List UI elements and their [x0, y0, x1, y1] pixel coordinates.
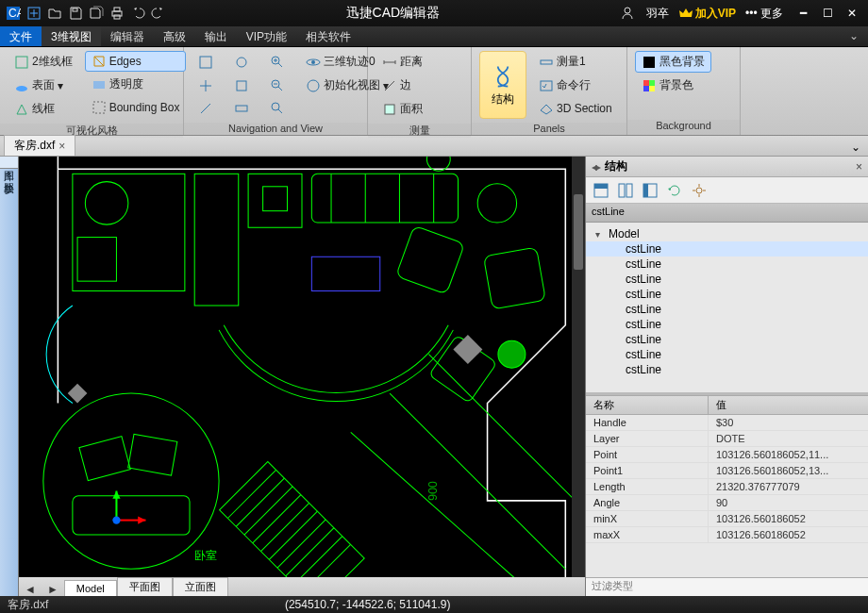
btn-measure1[interactable]: 测量1: [532, 51, 619, 73]
properties-grid[interactable]: 名称值 Handle$30 LayerDOTE Point103126.5601…: [586, 395, 868, 577]
user-icon[interactable]: [618, 4, 637, 23]
btn-bounding-box[interactable]: Bounding Box: [85, 97, 187, 118]
tree-node[interactable]: cstLine: [586, 362, 868, 377]
prop-row[interactable]: LayerDOTE: [586, 431, 868, 447]
left-tab-blockref[interactable]: 块参照: [0, 169, 18, 180]
saveall-icon[interactable]: [87, 4, 106, 23]
tree-node[interactable]: cstLine: [586, 302, 868, 317]
view-tab-plan[interactable]: 平面图: [117, 577, 173, 596]
btn-area[interactable]: 面积: [376, 98, 429, 120]
prop-row[interactable]: Handle$30: [586, 415, 868, 431]
vip-button[interactable]: 加入VIP: [678, 6, 736, 22]
ribbon-dropdown-icon[interactable]: ⌄: [840, 26, 868, 46]
nav-icon-1[interactable]: [192, 51, 220, 73]
svg-point-46: [498, 340, 526, 368]
tab-editor[interactable]: 编辑器: [101, 26, 154, 46]
ribbon: 2维线框 表面 ▾ 线框 Edges 透明度 Bounding Box 可视化风…: [0, 47, 868, 136]
tree-node[interactable]: cstLine: [586, 257, 868, 272]
view-tab-model[interactable]: Model: [64, 580, 117, 596]
tab-output[interactable]: 输出: [195, 26, 237, 46]
tree-node[interactable]: cstLine: [586, 347, 868, 362]
open-icon[interactable]: [45, 4, 64, 23]
tool-layout1-icon[interactable]: [592, 181, 610, 200]
nav-icon-5[interactable]: [227, 75, 256, 96]
tree-node[interactable]: cstLine: [586, 287, 868, 302]
minimize-icon[interactable]: ━: [793, 3, 813, 24]
prop-row[interactable]: minX103126.560186052: [586, 511, 868, 527]
status-coords: (254510.7; -144522.6; 511041.9): [285, 598, 450, 611]
tool-settings-icon[interactable]: [690, 181, 709, 200]
btn-surface[interactable]: 表面 ▾: [8, 75, 79, 96]
btn-transparency[interactable]: 透明度: [85, 74, 187, 95]
zoom-in-icon[interactable]: [263, 51, 292, 73]
drawing-canvas[interactable]: 卧室 006 ◄ ► Model 平面图 立面图: [19, 157, 585, 596]
status-bar: 客房.dxf (254510.7; -144522.6; 511041.9): [0, 596, 868, 613]
filter-input[interactable]: [586, 578, 868, 593]
close-icon[interactable]: ✕: [842, 3, 862, 24]
tab-vip[interactable]: VIP功能: [237, 26, 296, 46]
zoom-out-icon[interactable]: [263, 75, 292, 96]
tool-layout3-icon[interactable]: [641, 181, 659, 200]
svg-rect-39: [483, 247, 545, 309]
tab-file[interactable]: 文件: [0, 26, 42, 46]
tree-node-model[interactable]: ▾Model: [586, 226, 868, 241]
save-icon[interactable]: [66, 4, 85, 23]
panel-nav-icon[interactable]: ◂▸: [592, 160, 599, 174]
prop-row[interactable]: Point103126.560186052,11...: [586, 447, 868, 463]
svg-rect-43: [73, 496, 190, 535]
structure-tree[interactable]: ▾Model cstLine cstLine cstLine cstLine c…: [586, 223, 868, 392]
svg-point-40: [43, 393, 219, 569]
btn-bg-color[interactable]: 背景色: [635, 75, 711, 96]
maximize-icon[interactable]: ☐: [817, 3, 838, 24]
tree-node[interactable]: cstLine: [586, 317, 868, 332]
btn-edge[interactable]: 边: [376, 75, 429, 96]
btn-edges[interactable]: Edges: [85, 51, 187, 72]
tree-node[interactable]: cstLine: [586, 272, 868, 287]
user-name[interactable]: 羽卒: [641, 6, 675, 22]
nav-icon-8[interactable]: [227, 98, 256, 119]
tab-close-icon[interactable]: ×: [58, 140, 65, 153]
nav-icon-2[interactable]: [227, 51, 256, 73]
document-tab[interactable]: 客房.dxf×: [4, 135, 75, 156]
more-button[interactable]: ••• 更多: [740, 6, 789, 22]
tab-related[interactable]: 相关软件: [296, 26, 360, 46]
btn-distance[interactable]: 距离: [376, 51, 429, 73]
scrollbar-vertical[interactable]: [572, 157, 585, 577]
undo-icon[interactable]: [128, 4, 147, 23]
view-next-icon[interactable]: ►: [42, 583, 64, 596]
zoom-fit-icon[interactable]: [263, 98, 292, 119]
svg-rect-12: [200, 57, 211, 68]
tab-advanced[interactable]: 高级: [154, 26, 195, 46]
prop-row[interactable]: Angle90: [586, 495, 868, 511]
svg-rect-11: [93, 102, 105, 113]
view-tab-elev[interactable]: 立面图: [173, 577, 228, 596]
view-prev-icon[interactable]: ◄: [19, 583, 42, 596]
view-tabs: ◄ ► Model 平面图 立面图: [19, 577, 585, 596]
prop-row[interactable]: maxX103126.560186052: [586, 527, 868, 543]
tool-refresh-icon[interactable]: [665, 181, 684, 200]
svg-text:CAD: CAD: [8, 7, 21, 20]
doc-tabs-dropdown-icon[interactable]: ⌄: [847, 139, 864, 156]
btn-wireframe[interactable]: 线框: [8, 98, 79, 120]
btn-cmdline[interactable]: 命令行: [532, 75, 619, 96]
svg-point-16: [311, 60, 315, 64]
prop-row[interactable]: Point1103126.560186052,13...: [586, 463, 868, 479]
nav-icon-7[interactable]: [192, 98, 220, 119]
print-icon[interactable]: [108, 4, 126, 23]
redo-icon[interactable]: [149, 4, 168, 23]
panel-close-icon[interactable]: ×: [856, 160, 862, 174]
btn-structure-big[interactable]: 结构: [479, 51, 526, 119]
btn-black-bg[interactable]: 黑色背景: [635, 51, 711, 73]
title-bar: CAD 迅捷CAD编辑器 羽卒 加入VIP ••• 更多 ━ ☐ ✕: [0, 0, 868, 26]
tree-node[interactable]: cstLine: [586, 332, 868, 347]
tab-3dview[interactable]: 3维视图: [42, 26, 101, 46]
prop-row[interactable]: Length21320.376777079: [586, 479, 868, 495]
app-icon[interactable]: CAD: [4, 4, 23, 23]
left-tab-library[interactable]: 图库: [0, 157, 18, 169]
tree-node[interactable]: cstLine: [586, 241, 868, 257]
btn-2d-wireframe[interactable]: 2维线框: [8, 51, 79, 73]
tool-layout2-icon[interactable]: [616, 181, 635, 200]
nav-icon-4[interactable]: [192, 75, 220, 96]
btn-3d-section[interactable]: 3D Section: [532, 98, 619, 119]
new-icon[interactable]: [25, 4, 43, 23]
